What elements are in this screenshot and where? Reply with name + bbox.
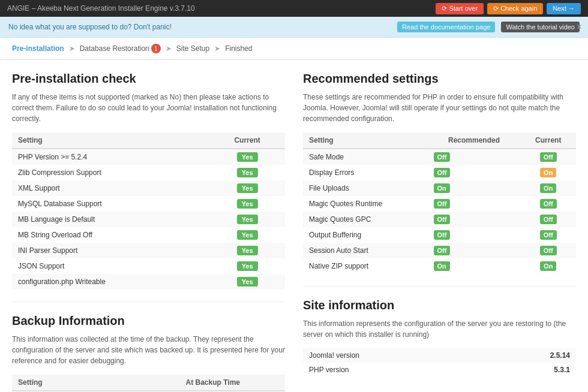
yes-badge: Yes	[237, 215, 258, 224]
recommended-table: Setting Recommended Current Safe Mode Of…	[303, 132, 576, 274]
recommended-badge: Off	[434, 152, 451, 162]
site-value: 2.5.14	[484, 348, 576, 363]
table-row: File Uploads On On	[303, 180, 576, 196]
current-value: Off	[520, 227, 576, 243]
recommended-badge: On	[434, 183, 450, 193]
next-button[interactable]: Next →	[547, 3, 581, 14]
left-column: Pre-installation check If any of these i…	[12, 72, 285, 392]
breadcrumb-site-setup[interactable]: Site Setup	[176, 44, 209, 53]
recommended-value: Off	[428, 149, 521, 165]
table-row: Session Auto Start Off Off	[303, 243, 576, 258]
current-value: Yes	[209, 149, 285, 165]
setting-label: Display Errors	[303, 165, 428, 180]
site-info-section: Site information This information repres…	[303, 298, 576, 377]
recommended-value: Off	[428, 212, 521, 227]
recommended-value: Off	[428, 227, 521, 243]
site-info-title: Site information	[303, 298, 576, 312]
rec-col-recommended: Recommended	[428, 132, 521, 149]
setting-label: PHP version	[303, 363, 484, 377]
current-badge: Off	[540, 246, 557, 255]
recommended-badge: Off	[434, 168, 451, 177]
setting-label: PHP Version >= 5.2.4	[12, 149, 209, 165]
table-row: Magic Quotes GPC Off Off	[303, 212, 576, 227]
backup-info-desc: This information was collected at the ti…	[12, 334, 285, 366]
setting-label: configuration.php Writeable	[12, 274, 209, 290]
yes-badge: Yes	[237, 261, 258, 271]
database-restoration-badge: 1	[151, 44, 161, 53]
header-buttons: ⟳ Start over ⟳ Check again Next →	[436, 3, 581, 14]
yes-badge: Yes	[237, 230, 258, 240]
read-docs-button[interactable]: Read the documentation page	[397, 22, 495, 32]
setting-label: Zlib Compression Support	[12, 165, 209, 180]
yes-badge: Yes	[237, 246, 258, 255]
recommended-title: Recommended settings	[303, 72, 576, 86]
current-badge: Off	[540, 215, 557, 224]
breadcrumb: Pre-installation ➤ Database Restoration1…	[0, 38, 588, 60]
yes-badge: Yes	[237, 277, 258, 287]
current-value: On	[520, 180, 576, 196]
backup-info-title: Backup Information	[12, 314, 285, 328]
yes-badge: Yes	[237, 152, 258, 162]
rec-col-current: Current	[520, 132, 576, 149]
setting-label: MB String Overload Off	[12, 227, 209, 243]
table-row: PHP version 5.3.1	[303, 363, 576, 377]
recommended-badge: Off	[434, 215, 451, 224]
backup-col-time: At Backup Time	[140, 375, 285, 391]
breadcrumb-sep-1: ➤	[69, 44, 75, 53]
table-row: configuration.php Writeable Yes	[12, 274, 285, 290]
breadcrumb-finished[interactable]: Finished	[225, 44, 252, 53]
table-row: MB String Overload Off Yes	[12, 227, 285, 243]
current-value: Yes	[209, 258, 285, 274]
table-row: MB Language is Default Yes	[12, 212, 285, 227]
start-over-button[interactable]: ⟳ Start over	[436, 3, 484, 14]
watch-video-button[interactable]: Watch the tutorial video	[501, 22, 580, 32]
header: ANGIE – Akeeba Next Generation Installer…	[0, 0, 588, 17]
recommended-value: Off	[428, 165, 521, 180]
setting-label: Joomla! version	[303, 348, 484, 363]
site-value: 5.3.1	[484, 363, 576, 377]
table-row: Zlib Compression Support Yes	[12, 165, 285, 180]
setting-label: Magic Quotes Runtime	[303, 196, 428, 212]
yes-badge: Yes	[237, 183, 258, 193]
table-row: MySQL Database Support Yes	[12, 196, 285, 212]
current-badge: On	[540, 261, 556, 271]
site-info-desc: This information represents the configur…	[303, 318, 576, 340]
current-value: Yes	[209, 274, 285, 290]
current-value: Off	[520, 149, 576, 165]
current-badge: Off	[540, 152, 557, 162]
alert-text: No idea what you are supposed to do? Don…	[8, 23, 391, 31]
setting-label: File Uploads	[303, 180, 428, 196]
current-badge: On	[540, 168, 556, 177]
recommended-badge: Off	[434, 199, 451, 209]
setting-label: Session Auto Start	[303, 243, 428, 258]
table-row: Joomla! version 2.5.14	[303, 348, 576, 363]
breadcrumb-pre-installation[interactable]: Pre-installation	[12, 44, 64, 53]
setting-label: Native ZIP support	[303, 258, 428, 274]
preinstall-col-current: Current	[209, 132, 285, 149]
current-value: Off	[520, 196, 576, 212]
current-value: Off	[520, 243, 576, 258]
check-again-button[interactable]: ⟳ Check again	[487, 3, 543, 14]
breadcrumb-database-restoration[interactable]: Database Restoration1	[80, 44, 161, 53]
setting-label: MB Language is Default	[12, 212, 209, 227]
current-badge: Off	[540, 230, 557, 240]
current-value: Yes	[209, 212, 285, 227]
table-row: XML Support Yes	[12, 180, 285, 196]
backup-col-setting: Setting	[12, 375, 140, 391]
table-row: Magic Quotes Runtime Off Off	[303, 196, 576, 212]
current-value: Yes	[209, 243, 285, 258]
rec-col-setting: Setting	[303, 132, 428, 149]
preinstall-title: Pre-installation check	[12, 72, 285, 86]
setting-label: INI Parser Support	[12, 243, 209, 258]
recommended-value: Off	[428, 243, 521, 258]
recommended-badge: Off	[434, 246, 451, 255]
yes-badge: Yes	[237, 168, 258, 177]
current-badge: Off	[540, 199, 557, 209]
current-value: Yes	[209, 165, 285, 180]
alert-close-button[interactable]: ×	[577, 22, 582, 32]
current-value: Off	[520, 212, 576, 227]
recommended-badge: Off	[434, 230, 451, 240]
table-row: JSON Support Yes	[12, 258, 285, 274]
current-value: On	[520, 165, 576, 180]
table-row: Safe Mode Off Off	[303, 149, 576, 165]
